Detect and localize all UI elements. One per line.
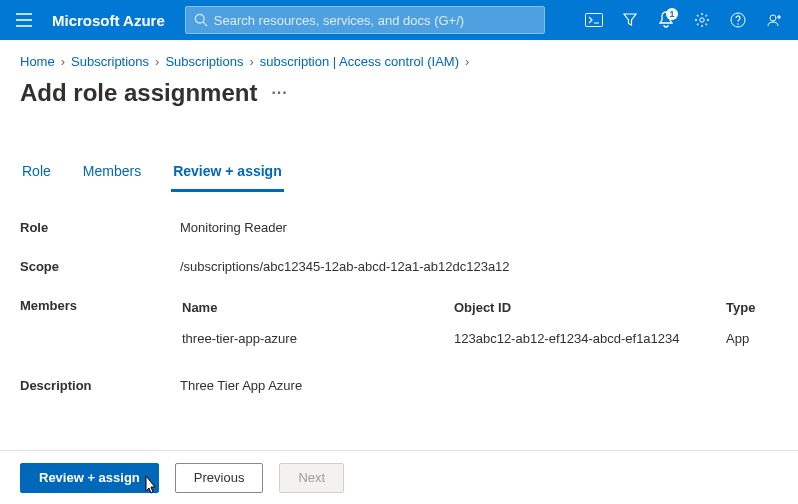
next-button: Next bbox=[279, 463, 344, 493]
members-label: Members bbox=[20, 298, 180, 313]
svg-point-3 bbox=[700, 18, 704, 22]
chevron-right-icon: › bbox=[155, 54, 159, 69]
topbar-icons: 1 bbox=[578, 4, 790, 36]
tab-role[interactable]: Role bbox=[20, 157, 53, 192]
breadcrumb-access-control[interactable]: subscription | Access control (IAM) bbox=[260, 54, 459, 69]
directory-filter-icon[interactable] bbox=[614, 4, 646, 36]
help-icon[interactable] bbox=[722, 4, 754, 36]
svg-line-1 bbox=[203, 22, 207, 26]
col-type: Type bbox=[726, 300, 776, 329]
role-value: Monitoring Reader bbox=[180, 220, 778, 235]
description-label: Description bbox=[20, 378, 180, 393]
review-assign-button[interactable]: Review + assign bbox=[20, 463, 159, 493]
footer-bar: Review + assign Previous Next bbox=[0, 450, 798, 504]
col-objectid: Object ID bbox=[454, 300, 724, 329]
more-actions-icon[interactable]: ··· bbox=[271, 84, 287, 102]
description-value: Three Tier App Azure bbox=[180, 378, 778, 393]
gear-icon[interactable] bbox=[686, 4, 718, 36]
scope-label: Scope bbox=[20, 259, 180, 274]
chevron-right-icon: › bbox=[465, 54, 469, 69]
content-area: Home › Subscriptions › Subscriptions › s… bbox=[0, 40, 798, 450]
brand-label[interactable]: Microsoft Azure bbox=[52, 12, 165, 29]
search-box[interactable] bbox=[185, 6, 545, 34]
table-row: three-tier-app-azure 123abc12-ab12-ef123… bbox=[182, 331, 776, 352]
members-table: Name Object ID Type three-tier-app-azure… bbox=[180, 298, 778, 354]
svg-point-5 bbox=[737, 23, 739, 25]
chevron-right-icon: › bbox=[61, 54, 65, 69]
notification-badge: 1 bbox=[666, 8, 678, 20]
member-objectid: 123abc12-ab12-ef1234-abcd-ef1a1234 bbox=[454, 331, 724, 352]
breadcrumb-subscriptions-1[interactable]: Subscriptions bbox=[71, 54, 149, 69]
notifications-icon[interactable]: 1 bbox=[650, 4, 682, 36]
member-type: App bbox=[726, 331, 776, 352]
search-icon bbox=[194, 13, 208, 27]
role-label: Role bbox=[20, 220, 180, 235]
feedback-icon[interactable] bbox=[758, 4, 790, 36]
svg-rect-2 bbox=[586, 14, 603, 27]
breadcrumb-home[interactable]: Home bbox=[20, 54, 55, 69]
breadcrumb: Home › Subscriptions › Subscriptions › s… bbox=[20, 54, 778, 69]
svg-point-6 bbox=[770, 15, 776, 21]
tab-members[interactable]: Members bbox=[81, 157, 143, 192]
topbar: Microsoft Azure 1 bbox=[0, 0, 798, 40]
cloud-shell-icon[interactable] bbox=[578, 4, 610, 36]
search-input[interactable] bbox=[214, 13, 536, 28]
hamburger-menu-icon[interactable] bbox=[8, 4, 40, 36]
chevron-right-icon: › bbox=[249, 54, 253, 69]
scope-value: /subscriptions/abc12345-12ab-abcd-12a1-a… bbox=[180, 259, 778, 274]
col-name: Name bbox=[182, 300, 452, 329]
tab-review-assign[interactable]: Review + assign bbox=[171, 157, 284, 192]
previous-button[interactable]: Previous bbox=[175, 463, 264, 493]
tabs: Role Members Review + assign bbox=[20, 157, 778, 192]
page-title: Add role assignment ··· bbox=[20, 79, 778, 107]
member-name: three-tier-app-azure bbox=[182, 331, 452, 352]
svg-point-0 bbox=[195, 14, 204, 23]
breadcrumb-subscriptions-2[interactable]: Subscriptions bbox=[165, 54, 243, 69]
details-section: Role Monitoring Reader Scope /subscripti… bbox=[20, 220, 778, 393]
